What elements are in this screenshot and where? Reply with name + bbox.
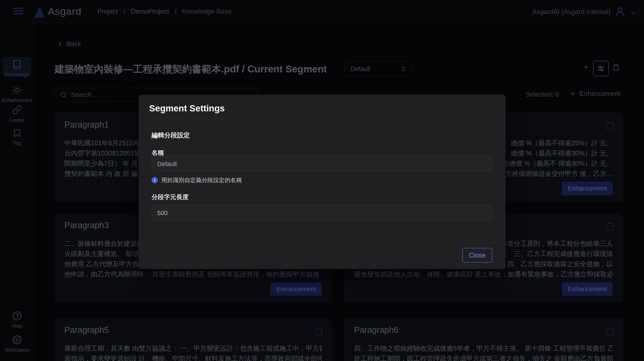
bookmark-icon — [12, 128, 22, 138]
add-enhancement-label: Enhancement — [580, 90, 620, 97]
name-input[interactable] — [152, 156, 492, 172]
breadcrumb: Project / DemoProject / Knowledge Base — [98, 8, 232, 15]
menu-icon[interactable] — [14, 8, 24, 15]
length-label: 分段字元長度 — [152, 193, 188, 201]
sidebar-item-workspace[interactable]: Workspace — [0, 335, 34, 353]
asgard-logo-icon — [34, 7, 45, 18]
card-checkbox[interactable] — [606, 223, 613, 230]
trash-icon[interactable] — [612, 63, 620, 71]
add-enhancement-button[interactable]: Enhancement — [570, 90, 620, 97]
select-chevrons-icon — [400, 66, 406, 72]
card-title: Paragraph5 — [64, 325, 109, 335]
sidebar-item-label: Knowledge — [0, 72, 34, 78]
top-navbar: Asgard Project / DemoProject / Knowledge… — [0, 0, 644, 23]
enhancement-button[interactable]: Enhancement — [271, 282, 322, 296]
paragraph-card-5[interactable]: Paragraph5 展延合理工期，其天數 由雙方協議之： 一、甲方變更設計：包… — [54, 318, 332, 361]
sidebar-item-tag[interactable]: Tag — [0, 128, 34, 146]
chevron-left-icon — [56, 40, 63, 47]
segment-settings-modal: Segment Settings 編輯分段設定 名稱 i 用於識別自定義分段設定… — [138, 95, 506, 269]
back-label: Back — [66, 40, 81, 48]
segment-settings-button[interactable] — [593, 61, 608, 76]
sidebar-item-help[interactable]: Help — [0, 311, 34, 329]
plus-icon — [570, 90, 576, 97]
card-checkbox[interactable] — [606, 122, 613, 130]
breadcrumb-separator: / — [174, 8, 176, 15]
brand-title: Asgard — [48, 5, 82, 17]
modal-title: Segment Settings — [149, 103, 225, 113]
page-title: 建築物室內裝修—工程承攬契約書範本.pdf / Current Segment — [54, 63, 327, 76]
modal-section-heading: 編輯分段設定 — [152, 131, 190, 140]
search-icon — [60, 92, 67, 98]
breadcrumb-knowledge-base: Knowledge Base — [182, 8, 232, 15]
card-title: Paragraph6 — [354, 325, 398, 335]
sidebar: Knowledge Enhancement Loader Tag Help Wo… — [0, 23, 34, 361]
person-icon[interactable] — [614, 6, 626, 17]
sidebar-item-label: Loader — [0, 117, 34, 123]
modal-footer: Close — [138, 243, 506, 269]
book-icon — [12, 60, 22, 69]
breadcrumb-project[interactable]: Project — [98, 8, 118, 15]
sun-icon — [12, 85, 22, 95]
sidebar-item-label: Help — [0, 323, 34, 329]
sidebar-item-label: Workspace — [0, 347, 34, 353]
card-title: Paragraph3 — [64, 220, 109, 230]
close-button[interactable]: Close — [462, 248, 492, 263]
chevron-down-icon[interactable] — [629, 9, 637, 16]
enhancement-button[interactable]: Enhancement — [562, 282, 613, 296]
length-input[interactable] — [152, 205, 492, 221]
paragraph-card-6[interactable]: Paragraph6 四、工作物之瑕疵經驗收完成後逾5年者，甲方不得主張。 第十… — [344, 318, 623, 361]
add-segment-button[interactable] — [582, 63, 590, 71]
sidebar-item-label: Enhancement — [0, 97, 34, 103]
card-checkbox[interactable] — [606, 328, 613, 335]
gear-icon — [12, 335, 22, 345]
segment-select[interactable]: Default — [344, 61, 412, 76]
sidebar-item-label: Tag — [0, 140, 34, 146]
card-title: Paragraph1 — [64, 120, 109, 129]
back-button[interactable]: Back — [56, 40, 81, 48]
breadcrumb-demoproject[interactable]: DemoProject — [131, 8, 169, 15]
enhancement-button[interactable]: Enhancement — [562, 182, 613, 195]
selected-count-label: Selected: 0 — [526, 91, 559, 98]
segment-select-value: Default — [351, 65, 400, 72]
modal-header: Segment Settings — [138, 95, 506, 120]
sidebar-item-knowledge[interactable]: Knowledge — [0, 60, 34, 78]
name-hint: i 用於識別自定義分段設定的名稱 — [152, 176, 242, 184]
question-circle-icon — [12, 311, 22, 321]
breadcrumb-separator: / — [124, 8, 125, 15]
sidebar-item-loader[interactable]: Loader — [0, 105, 34, 123]
card-text: 展延合理工期，其天數 由雙方協議之： 一、甲方變更設計：包含施工前或施工中，甲方… — [64, 343, 322, 361]
name-hint-text: 用於識別自定義分段設定的名稱 — [161, 176, 242, 184]
card-text: 四、工作物之瑕疵經驗收完成後逾5年者，甲方不得主張。 第十四條 工程管理不當責任… — [354, 343, 613, 361]
sidebar-item-enhancement[interactable]: Enhancement — [0, 85, 34, 103]
account-label: AsgardAI (Asgard Internal) — [532, 8, 610, 16]
link-icon — [12, 105, 22, 115]
name-label: 名稱 — [152, 149, 164, 157]
info-circle-icon: i — [152, 177, 158, 183]
card-checkbox[interactable] — [315, 328, 322, 335]
